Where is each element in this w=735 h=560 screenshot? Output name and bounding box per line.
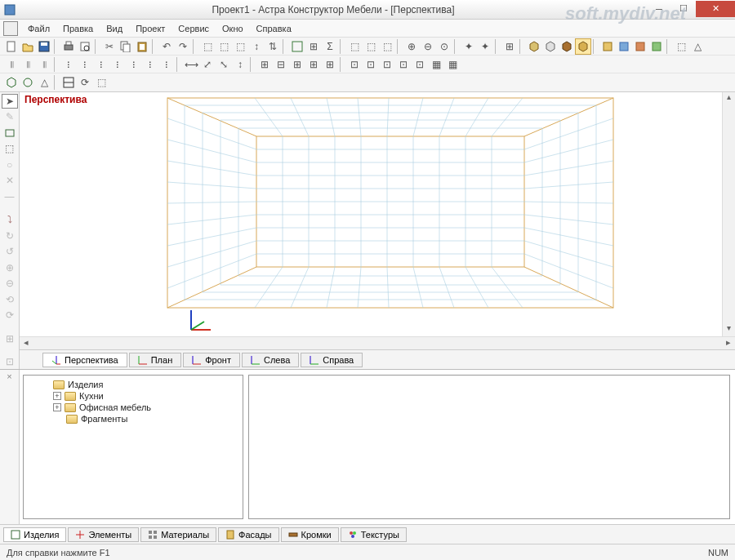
tool-icon[interactable]: [599, 38, 616, 55]
dim-icon[interactable]: ⤢: [199, 56, 216, 73]
redo-icon[interactable]: ↷: [175, 38, 191, 55]
copy-icon[interactable]: [118, 38, 134, 55]
tool-icon[interactable]: [60, 74, 77, 91]
expand-icon[interactable]: +: [53, 392, 61, 400]
cut-icon[interactable]: ✂: [101, 38, 118, 55]
btab-facades[interactable]: Фасады: [218, 527, 278, 542]
btab-materials[interactable]: Материалы: [140, 527, 216, 542]
tool-icon[interactable]: ⊡: [2, 355, 18, 369]
tab-left[interactable]: Слева: [242, 353, 299, 367]
horizontal-scrollbar[interactable]: ◂▸: [20, 336, 735, 349]
dim-icon[interactable]: ⟷: [183, 56, 199, 73]
layout-icon[interactable]: ⊞: [305, 56, 322, 73]
align-icon[interactable]: ⫴: [3, 56, 20, 73]
align-icon[interactable]: ⫶: [60, 56, 77, 73]
undo-icon[interactable]: ↶: [158, 38, 175, 55]
tool-icon[interactable]: ⬚: [379, 38, 395, 55]
tool-icon[interactable]: Σ: [322, 38, 338, 55]
menu-file[interactable]: Файл: [21, 22, 56, 35]
tool-icon[interactable]: ✦: [477, 38, 493, 55]
align-icon[interactable]: ⫶: [158, 56, 175, 73]
tree-item[interactable]: +Офисная мебель: [53, 402, 239, 413]
maximize-button[interactable]: ☐: [671, 1, 696, 17]
menu-project[interactable]: Проект: [129, 22, 172, 35]
layout-icon[interactable]: ⊡: [346, 56, 363, 73]
shape-icon[interactable]: [20, 74, 36, 91]
menu-help[interactable]: Справка: [250, 22, 298, 35]
layout-icon[interactable]: ⊞: [256, 56, 273, 73]
menu-window[interactable]: Окно: [216, 22, 250, 35]
tool-icon[interactable]: ⤵: [2, 213, 18, 227]
tool-icon[interactable]: [648, 38, 665, 55]
menu-view[interactable]: Вид: [100, 22, 129, 35]
tool-icon[interactable]: △: [689, 38, 706, 55]
zoom-out-icon[interactable]: ⊖: [420, 38, 436, 55]
panel-close-button[interactable]: ×: [0, 370, 20, 524]
tool-icon[interactable]: ⬚: [232, 38, 248, 55]
align-icon[interactable]: ⫶: [109, 56, 126, 73]
library-tree[interactable]: Изделия +Кухни +Офисная мебель Фрагменты: [23, 375, 243, 519]
rect-icon[interactable]: [2, 126, 18, 140]
close-button[interactable]: ✕: [696, 1, 735, 17]
cube-icon[interactable]: [575, 38, 591, 55]
tool-icon[interactable]: ⬚: [199, 38, 216, 55]
tool-icon[interactable]: ⬚: [673, 38, 689, 55]
tool-icon[interactable]: ⬚: [2, 142, 18, 156]
tool-icon[interactable]: ⊞: [501, 38, 518, 55]
tab-front[interactable]: Фронт: [183, 353, 240, 367]
tab-perspective[interactable]: Перспектива: [42, 353, 127, 367]
tree-root[interactable]: Изделия: [40, 379, 239, 390]
tool-icon[interactable]: ⬚: [346, 38, 363, 55]
menu-service[interactable]: Сервис: [172, 22, 216, 35]
layout-icon[interactable]: ▦: [428, 56, 444, 73]
layout-icon[interactable]: ⊡: [363, 56, 379, 73]
tool-icon[interactable]: ⊕: [2, 260, 18, 274]
viewport[interactable]: Перспектива: [20, 92, 735, 336]
pointer-icon[interactable]: ➤: [2, 94, 18, 109]
tool-icon[interactable]: ⬚: [363, 38, 379, 55]
shape-icon[interactable]: △: [36, 74, 52, 91]
tool-icon[interactable]: ⬚: [93, 74, 109, 91]
align-icon[interactable]: ⫶: [142, 56, 158, 73]
btab-textures[interactable]: Текстуры: [341, 527, 407, 542]
layout-icon[interactable]: ⊡: [412, 56, 428, 73]
zoom-fit-icon[interactable]: ⊙: [436, 38, 452, 55]
minimize-button[interactable]: ─: [647, 1, 671, 17]
tool-icon[interactable]: ⬚: [216, 38, 232, 55]
tool-icon[interactable]: ⟳: [77, 74, 93, 91]
tool-icon[interactable]: [289, 38, 305, 55]
tool-icon[interactable]: ↺: [2, 245, 18, 259]
tool-icon[interactable]: ⟳: [2, 309, 18, 322]
tool-icon[interactable]: ⊞: [305, 38, 322, 55]
vertical-scrollbar[interactable]: ▴▾: [722, 92, 735, 336]
btab-elements[interactable]: Элементы: [68, 527, 139, 542]
paste-icon[interactable]: [134, 38, 150, 55]
tool-icon[interactable]: ○: [2, 158, 18, 171]
tool-icon[interactable]: ⊞: [2, 331, 18, 345]
align-icon[interactable]: ⫶: [77, 56, 93, 73]
layout-icon[interactable]: ⊟: [273, 56, 289, 73]
align-icon[interactable]: ⫶: [93, 56, 109, 73]
cube-icon[interactable]: [559, 38, 575, 55]
align-icon[interactable]: ⫴: [20, 56, 36, 73]
tree-item[interactable]: +Кухни: [53, 390, 239, 402]
tab-plan[interactable]: План: [129, 353, 182, 367]
tool-icon[interactable]: ⊖: [2, 277, 18, 291]
layout-icon[interactable]: ⊡: [379, 56, 395, 73]
print-preview-icon[interactable]: [77, 38, 93, 55]
control-menu-icon[interactable]: [3, 21, 18, 36]
save-icon[interactable]: [36, 38, 52, 55]
tool-icon[interactable]: ✎: [2, 110, 18, 124]
layout-icon[interactable]: ▦: [444, 56, 461, 73]
cube-icon[interactable]: [526, 38, 542, 55]
new-icon[interactable]: [3, 38, 20, 55]
layout-icon[interactable]: ⊞: [289, 56, 305, 73]
dim-icon[interactable]: ⤡: [216, 56, 232, 73]
layout-icon[interactable]: ⊞: [322, 56, 338, 73]
btab-edges[interactable]: Кромки: [281, 527, 339, 542]
tool-icon[interactable]: ✦: [461, 38, 477, 55]
layout-icon[interactable]: ⊡: [395, 56, 412, 73]
print-icon[interactable]: [60, 38, 77, 55]
tool-icon[interactable]: [616, 38, 632, 55]
zoom-in-icon[interactable]: ⊕: [403, 38, 420, 55]
